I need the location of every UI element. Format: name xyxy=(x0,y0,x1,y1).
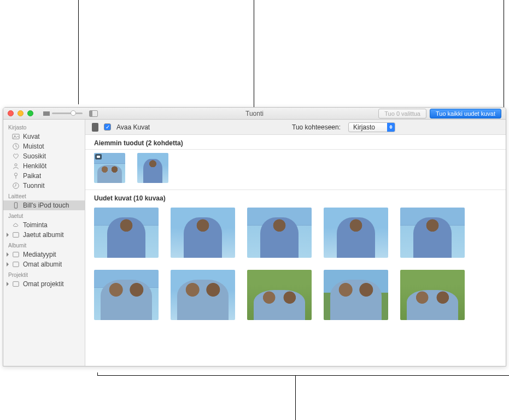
sidebar-item-label: Paikat xyxy=(23,172,41,180)
app-window: Tuonti Tuo 0 valittua Tuo kaikki uudet k… xyxy=(3,107,506,366)
import-destination-value: Kirjasto xyxy=(349,123,387,131)
import-toolbar: Avaa Kuvat Tuo kohteeseen: Kirjasto xyxy=(85,120,506,135)
sidebar-item-media-types[interactable]: Mediatyypit xyxy=(3,250,85,259)
callout-line xyxy=(97,375,509,376)
sidebar-item-photos[interactable]: Kuvat xyxy=(3,132,85,141)
sidebar-item-label: Bill's iPod touch xyxy=(23,202,69,209)
sidebar-item-label: Omat albumit xyxy=(23,261,62,268)
sidebar-item-activity[interactable]: Toiminta xyxy=(3,220,85,230)
disclosure-triangle-icon[interactable] xyxy=(7,282,9,286)
memories-icon xyxy=(12,143,20,150)
sidebar-item-label: Kuvat xyxy=(23,133,40,140)
zoom-button[interactable] xyxy=(27,110,33,116)
sidebar-item-my-albums[interactable]: Omat albumit xyxy=(3,259,85,269)
close-button[interactable] xyxy=(8,110,14,116)
sidebar: Kirjasto Kuvat Muistot Suosikit Henkilöt xyxy=(3,120,85,366)
zoom-slider-thumb[interactable] xyxy=(71,110,76,116)
photo-thumbnail[interactable] xyxy=(324,270,388,320)
svg-rect-8 xyxy=(13,233,19,238)
album-icon xyxy=(12,251,20,258)
disclosure-triangle-icon[interactable] xyxy=(7,262,9,267)
content-area: Avaa Kuvat Tuo kohteeseen: Kirjasto Aiem… xyxy=(85,120,506,366)
pin-icon xyxy=(12,172,20,180)
callout-line xyxy=(97,372,98,376)
device-icon xyxy=(92,123,98,132)
disclosure-triangle-icon[interactable] xyxy=(7,233,9,237)
callout-line xyxy=(295,375,296,420)
people-icon xyxy=(12,162,20,170)
sidebar-item-label: Henkilöt xyxy=(23,162,46,170)
window-controls xyxy=(8,110,33,116)
album-icon xyxy=(12,280,20,288)
sidebar-item-label: Tuonnit xyxy=(23,182,45,190)
photo-thumbnail[interactable] xyxy=(400,270,465,320)
sidebar-section-albums: Albumit xyxy=(3,240,85,250)
photo-thumbnail[interactable] xyxy=(247,270,312,320)
photo-thumbnail[interactable] xyxy=(247,208,312,258)
heart-icon xyxy=(12,152,20,160)
zoom-slider[interactable] xyxy=(52,113,83,114)
album-icon xyxy=(12,261,20,268)
sidebar-item-shared-albums[interactable]: Jaetut albumit xyxy=(3,230,85,240)
select-stepper-icon xyxy=(387,123,395,132)
new-items-header: Uudet kuvat (10 kuvaa) xyxy=(85,190,506,204)
device-icon xyxy=(12,202,20,209)
toggle-sidebar-button[interactable] xyxy=(89,110,98,117)
new-items-grid xyxy=(85,204,506,327)
svg-point-4 xyxy=(14,173,17,176)
thumbnail-zoom-control[interactable] xyxy=(43,111,83,116)
titlebar: Tuonti Tuo 0 valittua Tuo kaikki uudet k… xyxy=(3,108,506,120)
sidebar-item-memories[interactable]: Muistot xyxy=(3,141,85,151)
sidebar-item-label: Mediatyypit xyxy=(23,251,56,258)
sidebar-section-projects: Projektit xyxy=(3,269,85,279)
disclosure-triangle-icon[interactable] xyxy=(7,252,9,257)
sidebar-section-shared: Jaetut xyxy=(3,210,85,220)
already-imported-row xyxy=(85,150,506,190)
photo-thumbnail[interactable] xyxy=(400,208,465,258)
sidebar-item-device[interactable]: Bill's iPod touch xyxy=(3,200,85,210)
callout-line xyxy=(78,0,79,104)
sidebar-item-label: Suosikit xyxy=(23,152,46,160)
sidebar-section-devices: Laitteet xyxy=(3,191,85,200)
import-all-new-button[interactable]: Tuo kaikki uudet kuvat xyxy=(430,109,501,119)
sidebar-item-label: Muistot xyxy=(23,143,44,150)
window-title: Tuonti xyxy=(245,110,264,117)
sidebar-item-label: Jaetut albumit xyxy=(23,231,64,239)
import-to-label: Tuo kohteeseen: xyxy=(292,123,341,131)
svg-point-7 xyxy=(15,207,16,208)
open-photos-checkbox[interactable] xyxy=(104,123,111,131)
sidebar-item-my-projects[interactable]: Omat projektit xyxy=(3,279,85,289)
minimize-button[interactable] xyxy=(17,110,24,116)
photo-thumbnail[interactable] xyxy=(171,208,235,258)
callout-line xyxy=(504,0,504,110)
sidebar-item-places[interactable]: Paikat xyxy=(3,171,85,181)
sidebar-item-people[interactable]: Henkilöt xyxy=(3,161,85,171)
sidebar-item-imports[interactable]: Tuonnit xyxy=(3,181,85,191)
photo-thumbnail[interactable] xyxy=(94,153,125,183)
zoom-icon-small xyxy=(43,111,50,116)
sidebar-item-label: Toiminta xyxy=(23,221,48,229)
photo-thumbnail[interactable] xyxy=(94,270,159,320)
imports-icon xyxy=(12,182,20,190)
photo-thumbnail[interactable] xyxy=(171,270,235,320)
album-icon xyxy=(12,231,20,239)
open-photos-label: Avaa Kuvat xyxy=(116,123,150,131)
photo-thumbnail[interactable] xyxy=(324,208,388,258)
svg-point-3 xyxy=(15,164,17,166)
sidebar-item-label: Omat projektit xyxy=(23,280,64,288)
photo-thumbnail[interactable] xyxy=(137,153,168,183)
photo-thumbnail[interactable] xyxy=(94,208,159,258)
svg-rect-9 xyxy=(13,252,19,257)
import-selected-button[interactable]: Tuo 0 valittua xyxy=(378,109,426,119)
cloud-icon xyxy=(12,221,20,229)
photos-icon xyxy=(12,133,20,140)
import-destination-select[interactable]: Kirjasto xyxy=(348,122,395,132)
sidebar-section-library: Kirjasto xyxy=(3,122,85,132)
already-imported-header: Aiemmin tuodut (2 kohdetta) xyxy=(85,135,506,149)
svg-rect-11 xyxy=(13,282,19,287)
sidebar-item-favorites[interactable]: Suosikit xyxy=(3,151,85,161)
video-badge-icon xyxy=(95,154,102,159)
svg-rect-10 xyxy=(13,262,19,267)
